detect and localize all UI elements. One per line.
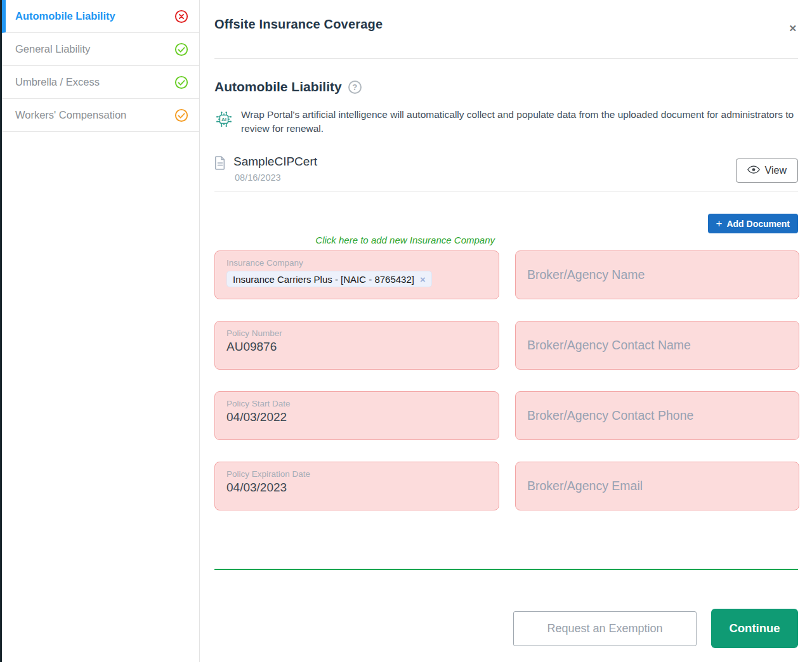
request-exemption-button[interactable]: Request an Exemption (513, 611, 697, 646)
policy-form-grid: Insurance Company Insurance Carriers Plu… (214, 250, 798, 510)
uploaded-document-row: SampleCIPCert 08/16/2023 View (214, 155, 798, 192)
broker-contact-phone-placeholder: Broker/Agency Contact Phone (527, 408, 693, 423)
add-insurance-company-link[interactable]: Click here to add new Insurance Company (315, 235, 495, 245)
sidebar-item-label: Umbrella / Excess (15, 76, 100, 88)
broker-contact-name-placeholder: Broker/Agency Contact Name (527, 338, 691, 353)
broker-contact-phone-field[interactable]: Broker/Agency Contact Phone (515, 391, 799, 440)
section-divider-green (214, 569, 798, 570)
help-question-icon[interactable]: ? (348, 81, 362, 94)
document-text-block: SampleCIPCert 08/16/2023 (233, 155, 317, 183)
sidebar-item-umbrella-excess[interactable]: Umbrella / Excess (2, 66, 199, 99)
insurance-company-field[interactable]: Insurance Company Insurance Carriers Plu… (214, 250, 499, 299)
add-document-row: + Add Document (214, 214, 798, 233)
circle-check-icon (174, 108, 188, 122)
sidebar-item-label: Workers' Compensation (15, 109, 126, 121)
view-document-button[interactable]: View (736, 159, 798, 183)
page-title: Offsite Insurance Coverage (214, 17, 383, 32)
broker-agency-name-field[interactable]: Broker/Agency Name (515, 250, 799, 299)
broker-email-placeholder: Broker/Agency Email (527, 479, 643, 493)
broker-contact-name-field[interactable]: Broker/Agency Contact Name (515, 321, 799, 370)
document-info: SampleCIPCert 08/16/2023 (214, 155, 317, 183)
insurance-company-label: Insurance Company (226, 258, 487, 268)
circle-check-icon (174, 75, 188, 89)
add-company-link-row: Click here to add new Insurance Company (214, 235, 499, 246)
sidebar-item-general-liability[interactable]: General Liability (2, 33, 199, 66)
section-title-row: Automobile Liability ? (214, 79, 798, 94)
document-date: 08/16/2023 (235, 172, 317, 183)
plus-icon: + (716, 218, 723, 229)
policy-expiration-date-label: Policy Expiration Date (226, 469, 487, 479)
broker-agency-name-placeholder: Broker/Agency Name (527, 268, 645, 282)
coverage-sidebar: Automobile Liability General Liability U… (2, 0, 200, 662)
section-title: Automobile Liability (214, 79, 342, 94)
policy-number-field[interactable]: Policy Number AU09876 (214, 321, 499, 370)
circle-check-icon (174, 42, 188, 56)
policy-start-date-label: Policy Start Date (226, 399, 487, 408)
circle-x-icon (174, 10, 188, 23)
svg-text:AI: AI (221, 117, 226, 122)
policy-number-label: Policy Number (226, 328, 487, 338)
policy-expiration-date-value: 04/03/2023 (226, 481, 487, 495)
policy-expiration-date-field[interactable]: Policy Expiration Date 04/03/2023 (214, 462, 499, 510)
coverage-main-panel: Offsite Insurance Coverage ✕ Automobile … (200, 0, 812, 662)
footer-actions: Request an Exemption Continue (214, 609, 798, 648)
broker-email-field[interactable]: Broker/Agency Email (515, 462, 799, 510)
document-name: SampleCIPCert (233, 155, 317, 169)
sidebar-item-workers-compensation[interactable]: Workers' Compensation (2, 99, 199, 132)
ai-note-text: Wrap Portal's artificial intelligence wi… (241, 108, 798, 136)
insurance-company-tag: Insurance Carriers Plus - [NAIC - 876543… (226, 271, 432, 287)
insurance-company-tag-text: Insurance Carriers Plus - [NAIC - 876543… (233, 274, 414, 285)
remove-tag-icon[interactable]: × (420, 275, 426, 284)
close-icon[interactable]: ✕ (787, 21, 798, 36)
eye-icon (747, 165, 760, 176)
sidebar-item-label: General Liability (15, 43, 90, 55)
policy-start-date-value: 04/03/2022 (226, 410, 487, 424)
add-document-button[interactable]: + Add Document (708, 214, 799, 233)
sidebar-item-label: Automobile Liability (15, 10, 115, 22)
ai-note-row: AI Wrap Portal's artificial intelligence… (214, 108, 798, 136)
view-button-label: View (765, 165, 787, 176)
sidebar-item-automobile-liability[interactable]: Automobile Liability (2, 0, 199, 33)
modal-header: Offsite Insurance Coverage ✕ (214, 0, 798, 59)
add-document-label: Add Document (726, 219, 790, 229)
ai-chip-icon: AI (214, 110, 233, 131)
offsite-insurance-coverage-modal: Automobile Liability General Liability U… (0, 0, 812, 662)
policy-number-value: AU09876 (226, 340, 487, 354)
policy-start-date-field[interactable]: Policy Start Date 04/03/2022 (214, 391, 499, 440)
continue-button[interactable]: Continue (711, 609, 798, 648)
file-icon (214, 156, 226, 183)
